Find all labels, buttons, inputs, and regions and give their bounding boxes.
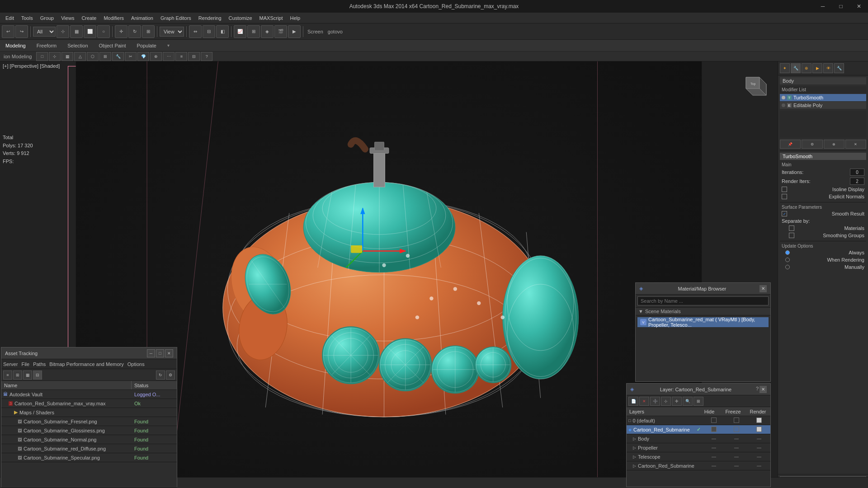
modifier-tb-pin[interactable]: 📌: [780, 140, 801, 149]
menu-create[interactable]: Create: [78, 14, 100, 22]
lm-row-default[interactable]: □ 0 (default): [627, 416, 770, 425]
at-tb-view4[interactable]: ⊟: [33, 371, 42, 380]
lm-tb-add[interactable]: ➕: [650, 397, 660, 406]
rp-icon-modify[interactable]: 🔧: [791, 63, 801, 73]
at-row-maps-group[interactable]: ▶ Maps / Shaders: [1, 408, 177, 417]
mode-btn-9[interactable]: 💎: [137, 52, 149, 61]
mb-material-item[interactable]: V Cartoon_Submarine_red_mat ( VRayMtl ) …: [637, 317, 769, 327]
mode-btn-8[interactable]: ✂: [125, 52, 137, 61]
lm-tb-find[interactable]: 🔍: [683, 397, 693, 406]
mode-btn-1[interactable]: □: [36, 52, 48, 61]
menu-group[interactable]: Group: [37, 14, 58, 22]
lm-hide-check-cartoon-sub[interactable]: [711, 427, 717, 432]
at-tb-settings[interactable]: ⚙: [166, 371, 175, 380]
at-row-vault[interactable]: 🏛 Autodesk Vault Logged O...: [1, 390, 177, 399]
select-button[interactable]: ⊹: [57, 25, 69, 38]
ts-render-iters-input[interactable]: [850, 178, 864, 185]
at-tb-list[interactable]: ≡: [3, 371, 12, 380]
menu-modifiers[interactable]: Modifiers: [100, 14, 127, 22]
at-row-specular[interactable]: 🖼 Cartoon_Submarine_Specular.png Found: [1, 453, 177, 462]
at-menu-server[interactable]: Server: [3, 361, 18, 367]
mb-search-input[interactable]: [637, 296, 769, 305]
mode-btn-4[interactable]: △: [74, 52, 86, 61]
modifier-tb-delete[interactable]: ✕: [845, 140, 866, 149]
lm-freeze-check-cartoon-sub[interactable]: [734, 427, 739, 432]
align-button[interactable]: ⊟: [203, 25, 215, 38]
ts-materials-checkbox[interactable]: [789, 225, 794, 231]
mode-btn-14[interactable]: ?: [201, 52, 212, 61]
curve-editor-button[interactable]: 📈: [234, 25, 246, 38]
lm-close-button[interactable]: ✕: [760, 386, 767, 393]
menu-animation[interactable]: Animation: [127, 14, 157, 22]
render-button[interactable]: ▶: [288, 25, 301, 38]
close-button[interactable]: ✕: [850, 0, 868, 13]
mode-btn-5[interactable]: ⬡: [87, 52, 99, 61]
mb-close-button[interactable]: ✕: [760, 285, 767, 292]
at-row-normal[interactable]: 🖼 Cartoon_Submarine_Normal.png Found: [1, 435, 177, 444]
menu-customize[interactable]: Customize: [225, 14, 256, 22]
rp-icon-hierarchy[interactable]: ⊕: [802, 63, 811, 73]
at-tb-grid[interactable]: ⊞: [13, 371, 22, 380]
menu-help[interactable]: Help: [287, 14, 304, 22]
navigation-cube[interactable]: Top: [737, 70, 769, 102]
menu-graph-editors[interactable]: Graph Editors: [157, 14, 195, 22]
undo-button[interactable]: ↩: [2, 25, 14, 38]
mode-btn-2[interactable]: ⊹: [49, 52, 61, 61]
at-menu-paths[interactable]: Paths: [33, 361, 46, 367]
circle-select-button[interactable]: ○: [97, 25, 110, 38]
material-editor-button[interactable]: ◈: [261, 25, 274, 38]
ts-smooth-result-checkbox[interactable]: [782, 211, 787, 216]
at-tb-view3[interactable]: ▦: [23, 371, 32, 380]
lm-tb-expand[interactable]: ⊞: [693, 397, 703, 406]
rp-icon-create[interactable]: ✦: [780, 63, 790, 73]
menu-tools[interactable]: Tools: [18, 14, 37, 22]
move-button[interactable]: ✛: [115, 25, 127, 38]
sub-tb-selection[interactable]: Selection: [66, 42, 90, 49]
at-menu-file[interactable]: File: [21, 361, 29, 367]
mode-btn-7[interactable]: 🔧: [112, 52, 124, 61]
at-maximize[interactable]: □: [156, 349, 164, 357]
at-row-file-max[interactable]: 3 Cartoon_Red_Submarine_max_vray.max Ok: [1, 399, 177, 408]
selection-filter-dropdown[interactable]: All: [33, 27, 56, 37]
lm-freeze-check-default[interactable]: [734, 418, 739, 423]
at-row-diffuse[interactable]: 🖼 Cartoon_Submarine_red_Diffuse.png Foun…: [1, 444, 177, 453]
at-menu-bitmap-perf[interactable]: Bitmap Performance and Memory: [49, 361, 123, 367]
mode-btn-12[interactable]: ≡: [175, 52, 187, 61]
menu-maxscript[interactable]: MAXScript: [256, 14, 287, 22]
lm-hide-check-default[interactable]: [711, 418, 717, 423]
sub-tb-modeling[interactable]: Modeling: [4, 42, 28, 49]
modifier-turbosmooth[interactable]: T TurboSmooth: [780, 94, 866, 101]
lm-row-telescope[interactable]: ▷ Telescope — — —: [627, 452, 770, 461]
scale-button[interactable]: ⊞: [142, 25, 155, 38]
select-name-button[interactable]: ▦: [70, 25, 83, 38]
lm-tb-move[interactable]: ✛: [672, 397, 682, 406]
at-minimize[interactable]: ─: [147, 349, 155, 357]
lm-render-check-cartoon-sub[interactable]: [756, 427, 762, 432]
lm-tb-select[interactable]: ⊹: [661, 397, 671, 406]
lm-row-propeller[interactable]: ▷ Propeller — — —: [627, 443, 770, 452]
ts-iterations-input[interactable]: [850, 169, 864, 176]
sub-tb-freeform[interactable]: Freeform: [35, 42, 59, 49]
ts-isoline-checkbox[interactable]: [782, 187, 787, 192]
rotate-button[interactable]: ↻: [128, 25, 141, 38]
ts-always-radio[interactable]: [785, 250, 790, 255]
rect-select-button[interactable]: ⬜: [84, 25, 96, 38]
layer-manager-tb-button[interactable]: ◧: [216, 25, 229, 38]
mode-btn-3[interactable]: ▦: [61, 52, 73, 61]
ref-coord-dropdown[interactable]: View: [160, 27, 184, 37]
rp-icon-motion[interactable]: ▶: [812, 63, 822, 73]
sub-tb-populate[interactable]: Populate: [135, 42, 158, 49]
lm-tb-delete[interactable]: ✕: [639, 397, 649, 406]
modifier-tb-configure[interactable]: ⚙: [802, 140, 822, 149]
modifier-editable-poly[interactable]: E Editable Poly: [780, 102, 866, 109]
lm-render-check-default[interactable]: [756, 418, 762, 423]
ts-when-rendering-radio[interactable]: [785, 258, 790, 262]
lm-tb-new[interactable]: 📄: [628, 397, 638, 406]
mode-btn-6[interactable]: ⊞: [99, 52, 111, 61]
mode-btn-13[interactable]: ⊟: [188, 52, 200, 61]
ts-smoothing-groups-checkbox[interactable]: [789, 233, 794, 238]
at-row-glossiness[interactable]: 🖼 Cartoon_Submarine_Glossiness.png Found: [1, 426, 177, 435]
lm-row-cartoon-sub[interactable]: ◈ Cartoon_Red_Submarine ✓: [627, 425, 770, 434]
lm-row-body[interactable]: ▷ Body — — —: [627, 434, 770, 443]
mirror-button[interactable]: ⇔: [189, 25, 202, 38]
